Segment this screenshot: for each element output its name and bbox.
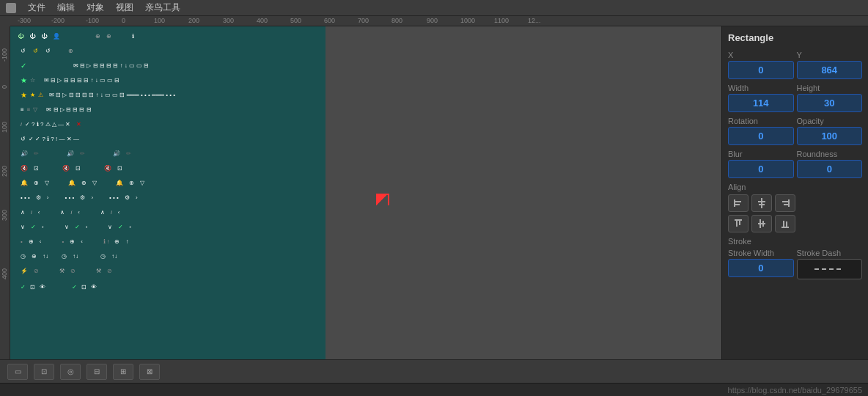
stroke-row: Stroke Width 0 Stroke Dash — [728, 249, 862, 279]
stroke-dash-label: Stroke Dash — [797, 249, 863, 257]
rotation-field-group: Rotation 0 — [728, 117, 794, 145]
app-icon — [6, 3, 16, 13]
svg-rect-2 — [735, 204, 740, 205]
stroke-label: Stroke — [728, 237, 862, 246]
blur-label: Blur — [728, 150, 794, 158]
bottom-tool-window[interactable]: ⊟ — [87, 364, 107, 380]
align-middle-v-btn[interactable] — [751, 215, 772, 232]
ruler-corner — [0, 16, 10, 26]
align-center-h-btn[interactable] — [751, 194, 772, 212]
stroke-width-field: Stroke Width 0 — [728, 249, 794, 277]
svg-rect-7 — [782, 201, 788, 202]
wh-row: Width 114 Height 30 — [728, 84, 862, 112]
svg-rect-13 — [760, 219, 761, 228]
svg-rect-11 — [739, 221, 740, 225]
x-input[interactable]: 0 — [728, 61, 794, 79]
svg-rect-17 — [786, 221, 787, 227]
blur-roundness-row: Blur 0 Roundness 0 — [728, 150, 862, 178]
blur-field-group: Blur 0 — [728, 150, 794, 178]
height-input[interactable]: 30 — [797, 94, 863, 112]
opacity-field-group: Opacity 100 — [797, 117, 863, 145]
stroke-dash-preview[interactable] — [797, 259, 863, 279]
left-ruler: -100 0 100 200 300 400 — [0, 26, 10, 359]
align-right-btn[interactable] — [775, 194, 795, 212]
stroke-dash-field: Stroke Dash — [797, 249, 863, 279]
y-label: Y — [797, 51, 863, 59]
roundness-input[interactable]: 0 — [797, 160, 863, 178]
height-field-group: Height 30 — [797, 84, 863, 112]
x-label: X — [728, 51, 794, 59]
svg-rect-10 — [736, 221, 738, 227]
roundness-label: Roundness — [797, 150, 863, 158]
dash-line-visual — [814, 268, 844, 270]
bottom-tool-custom[interactable]: ⊠ — [139, 364, 160, 380]
bottom-tool-rect[interactable]: ▭ — [7, 364, 28, 380]
svg-rect-4 — [758, 201, 765, 202]
main-area: -100 0 100 200 300 400 ⏻ ⏻ ⏻ 👤 ⊕ ⊕ — [0, 26, 868, 359]
menu-bar: 文件 编辑 对象 视图 亲鸟工具 — [0, 0, 868, 16]
bottom-tool-folder[interactable]: ⊞ — [113, 364, 133, 380]
height-label: Height — [797, 84, 863, 92]
align-row-2 — [728, 215, 862, 232]
width-input[interactable]: 114 — [728, 94, 794, 112]
stroke-width-label: Stroke Width — [728, 249, 794, 257]
canvas-area[interactable]: ⏻ ⏻ ⏻ 👤 ⊕ ⊕ ℹ ↺ ↺ ↺ ⊕ ✓ ✉ ⊟ ▷ ⊟ ⊟ — [10, 26, 721, 359]
bottom-tool-frame[interactable]: ⊡ — [34, 364, 54, 380]
panel-title: Rectangle — [728, 32, 862, 43]
align-left-btn[interactable] — [728, 194, 749, 212]
y-input[interactable]: 864 — [797, 61, 863, 79]
svg-rect-15 — [781, 227, 789, 228]
svg-rect-12 — [758, 223, 765, 224]
blur-input[interactable]: 0 — [728, 160, 794, 178]
align-row-1 — [728, 194, 862, 212]
svg-rect-5 — [759, 204, 765, 205]
bottom-toolbar: ▭ ⊡ ◎ ⊟ ⊞ ⊠ — [0, 359, 868, 383]
xy-row: X 0 Y 864 — [728, 51, 862, 79]
svg-rect-6 — [788, 199, 790, 207]
right-panel: Rectangle X 0 Y 864 Width 114 — [721, 26, 868, 359]
align-section: Align — [728, 183, 862, 232]
menu-view[interactable]: 视图 — [116, 1, 133, 14]
roundness-field-group: Roundness 0 — [797, 150, 863, 178]
width-field-group: Width 114 — [728, 84, 794, 112]
align-top-btn[interactable] — [728, 215, 749, 232]
svg-rect-9 — [735, 219, 742, 221]
menu-file[interactable]: 文件 — [28, 1, 45, 14]
align-bottom-btn[interactable] — [775, 215, 795, 232]
svg-rect-14 — [762, 221, 764, 227]
svg-rect-1 — [735, 201, 741, 202]
stroke-width-input[interactable]: 0 — [728, 259, 794, 277]
bottom-tool-circle-frame[interactable]: ◎ — [60, 364, 81, 380]
status-bar: https://blog.csdn.net/baidu_29679655 — [0, 383, 868, 396]
opacity-input[interactable]: 100 — [797, 127, 863, 145]
menu-tools[interactable]: 亲鸟工具 — [145, 1, 180, 14]
status-url: https://blog.csdn.net/baidu_29679655 — [728, 386, 862, 395]
menu-edit[interactable]: 编辑 — [57, 1, 75, 14]
y-field-group: Y 864 — [797, 51, 863, 79]
align-label: Align — [728, 183, 862, 191]
rotation-input[interactable]: 0 — [728, 127, 794, 145]
opacity-label: Opacity — [797, 117, 863, 125]
svg-rect-0 — [734, 199, 735, 207]
rotation-label: Rotation — [728, 117, 794, 125]
svg-rect-16 — [783, 221, 784, 227]
svg-rect-8 — [784, 204, 788, 205]
svg-rect-3 — [761, 198, 762, 208]
width-label: Width — [728, 84, 794, 92]
workspace: -300 -200 -100 0 100 200 300 400 500 600… — [0, 16, 868, 396]
rotation-opacity-row: Rotation 0 Opacity 100 — [728, 117, 862, 145]
stroke-section: Stroke Stroke Width 0 Stroke Dash — [728, 237, 862, 279]
menu-object[interactable]: 对象 — [87, 1, 104, 14]
x-field-group: X 0 — [728, 51, 794, 79]
